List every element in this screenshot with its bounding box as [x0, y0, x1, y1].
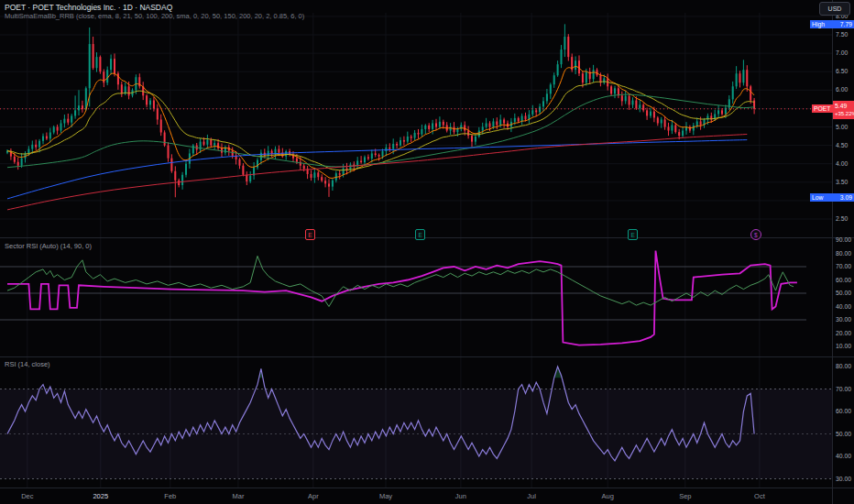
rsi-panel-title[interactable]: RSI (14, close) [5, 360, 50, 368]
low-value: 3.09 [840, 193, 852, 202]
currency-toggle-button[interactable]: USD [819, 2, 850, 16]
time-tick-label: Aug [602, 492, 614, 500]
time-tick-label: Dec [21, 492, 33, 500]
axis-tick-label: 30.00 [836, 316, 851, 323]
axis-tick-label: 5.00 [836, 124, 848, 131]
time-tick-label: Mar [232, 492, 244, 500]
overlay-sma-150 [7, 140, 747, 199]
axis-tick-label: 20.00 [836, 330, 851, 337]
high-prefix: High [812, 20, 825, 28]
axis-tick-label: 40.00 [836, 303, 851, 311]
high-price-label: High 7.79 [810, 20, 854, 28]
earnings-beat-marker-icon[interactable]: E [628, 229, 638, 240]
time-axis[interactable]: Dec2025FebMarAprMayJunJulAugSepOct [0, 488, 832, 504]
dividend-marker-icon[interactable]: $ [750, 229, 761, 240]
last-price-value: 5.49 [835, 102, 847, 110]
earnings-beat-marker-icon[interactable]: E [415, 229, 425, 240]
time-tick-label: Oct [754, 492, 765, 500]
rsi-pane [0, 367, 832, 488]
last-price-label: 5.49 +35.22% [833, 101, 854, 119]
panel-separator[interactable] [0, 356, 854, 357]
axis-tick-label: 2.50 [836, 215, 848, 223]
overlay-ema-100 [7, 94, 754, 168]
axis-tick-label: 10.00 [836, 343, 851, 350]
time-tick-label: Apr [308, 492, 319, 500]
time-tick-label: Sep [679, 492, 691, 500]
axis-tick-label: 4.50 [836, 142, 848, 149]
indicator-legend[interactable]: MultiSmaEmaBb_RRB (close, ema, 8, 21, 50… [5, 12, 304, 20]
symbol-legend[interactable]: POET · POET Technologies Inc. · 1D · NAS… [5, 3, 172, 12]
axis-tick-label: 80.00 [836, 250, 851, 257]
axis-tick-label: 40.00 [836, 453, 851, 460]
axis-tick-label: 60.00 [836, 408, 851, 415]
low-price-label: Low 3.09 [810, 193, 854, 202]
price-change-percent: +35.22% [835, 110, 854, 118]
high-value: 7.79 [840, 20, 852, 28]
time-tick-label: May [379, 492, 392, 500]
axis-tick-label: 70.00 [836, 263, 851, 270]
axis-tick-label: 7.50 [836, 31, 848, 38]
price-axis[interactable]: 8.007.507.006.506.005.004.504.003.502.50… [832, 0, 854, 504]
axis-tick-label: 70.00 [836, 386, 851, 393]
axis-tick-label: 3.50 [836, 179, 848, 186]
symbol-tag-text: POET [814, 104, 831, 113]
axis-tick-label: 4.00 [836, 160, 848, 168]
time-tick-label: Feb [164, 492, 176, 500]
axis-tick-label: 50.00 [836, 431, 851, 438]
time-tick-label: Jul [527, 492, 536, 500]
chart-canvas[interactable] [0, 0, 854, 488]
time-tick-label: 2025 [93, 492, 108, 500]
overlay-ema-21 [7, 82, 754, 170]
time-tick-label: Jun [455, 492, 466, 500]
panel-separator[interactable] [0, 237, 854, 238]
earnings-miss-marker-icon[interactable]: E [305, 229, 315, 240]
axis-tick-label: 90.00 [836, 236, 851, 244]
axis-tick-label: 60.00 [836, 277, 851, 284]
axis-tick-label: 50.00 [836, 290, 851, 297]
ma-lines [7, 67, 754, 210]
axis-tick-label: 6.50 [836, 68, 848, 75]
axis-tick-label: 6.00 [836, 86, 848, 93]
overlay-ema-8 [7, 67, 754, 179]
axis-tick-label: 30.00 [836, 476, 851, 483]
low-prefix: Low [812, 193, 823, 202]
axis-tick-label: 7.00 [836, 49, 848, 57]
chart-window: POET · POET Technologies Inc. · 1D · NAS… [0, 0, 854, 504]
symbol-price-tag: POET [812, 104, 833, 113]
axis-tick-label: 80.00 [836, 363, 851, 370]
sector-rsi-panel-title[interactable]: Sector RSI (Auto) (14, 90, 0) [5, 242, 92, 250]
candles [6, 24, 755, 197]
